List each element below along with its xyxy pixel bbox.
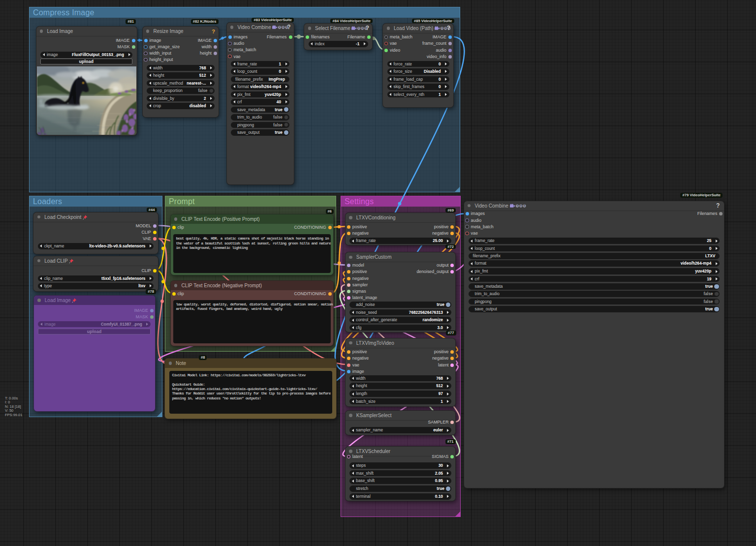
svg-text:H: H <box>362 27 364 30</box>
svg-text:H: H <box>283 26 284 29</box>
svg-text:H: H <box>520 205 522 207</box>
